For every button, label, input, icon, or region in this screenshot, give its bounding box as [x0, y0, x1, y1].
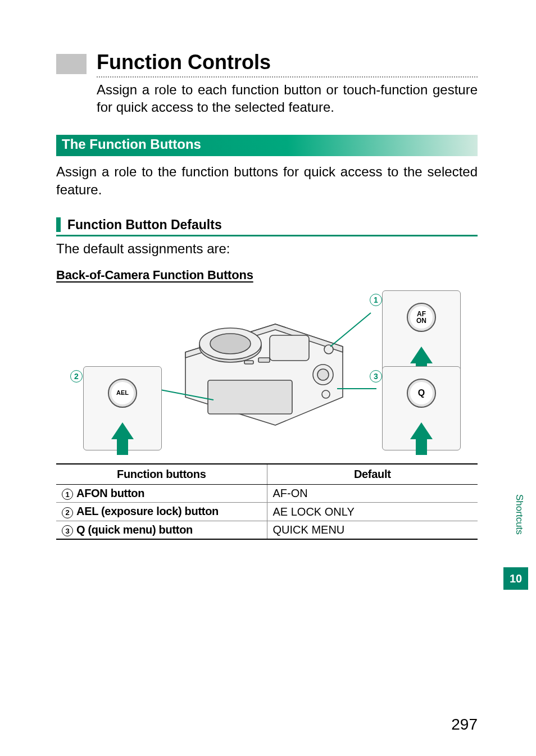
table-header-default: Default: [267, 464, 478, 485]
arrow-up-icon: [111, 422, 134, 439]
row-default: AF-ON: [267, 484, 478, 503]
svg-line-13: [330, 313, 371, 347]
afon-button-icon: AF ON: [407, 303, 436, 332]
row-number: 1: [62, 489, 73, 500]
defaults-accent-bar: [56, 217, 61, 232]
section-body-text: Assign a role to the function buttons fo…: [56, 163, 478, 198]
chapter-number-badge: 10: [503, 567, 528, 590]
row-default: AE LOCK ONLY: [267, 503, 478, 521]
row-number: 2: [62, 507, 73, 518]
defaults-heading: Function Button Defaults: [56, 217, 478, 236]
row-default: QUICK MENU: [267, 521, 478, 539]
callout-ael: AEL: [83, 366, 162, 450]
callout-number-1: 1: [370, 294, 382, 306]
title-row: Function Controls: [56, 51, 478, 74]
row-name: AFON button: [76, 487, 144, 499]
callout-number-3: 3: [370, 370, 382, 382]
manual-page: Function Controls Assign a role to each …: [0, 0, 494, 756]
section-heading-bar: The Function Buttons: [56, 135, 478, 156]
page-title: Function Controls: [97, 51, 271, 74]
title-accent-block: [56, 54, 87, 74]
table-row: 3Q (quick menu) button QUICK MENU: [56, 521, 478, 539]
title-dotted-rule: [97, 76, 478, 78]
table-row: 2AEL (exposure lock) button AE LOCK ONLY: [56, 503, 478, 521]
callout-q: Q: [382, 366, 461, 450]
row-name: AEL (exposure lock) button: [76, 505, 219, 517]
arrow-up-icon: [410, 422, 433, 439]
callout-afon: AF ON: [382, 290, 461, 375]
defaults-table: Function buttons Default 1AFON button AF…: [56, 463, 478, 540]
svg-line-15: [155, 389, 214, 400]
arrow-up-icon: [410, 347, 433, 363]
section-heading-text: The Function Buttons: [62, 136, 201, 152]
back-of-camera-heading: Back-of-Camera Function Buttons: [56, 268, 478, 283]
row-number: 3: [62, 525, 73, 536]
intro-text: Assign a role to each function button or…: [97, 81, 478, 116]
side-tab: Shortcuts 10: [496, 0, 536, 756]
defaults-heading-text: Function Button Defaults: [67, 217, 222, 233]
table-row: 1AFON button AF-ON: [56, 484, 478, 503]
table-header-function: Function buttons: [56, 464, 267, 485]
defaults-body-text: The default assignments are:: [56, 241, 478, 257]
camera-diagram: 1 AF ON 2 AEL 3 Q: [56, 290, 478, 453]
ael-button-icon: AEL: [108, 379, 137, 408]
callout-number-2: 2: [70, 370, 83, 382]
row-name: Q (quick menu) button: [76, 523, 193, 536]
page-number: 297: [451, 716, 478, 734]
q-button-icon: Q: [407, 379, 436, 408]
side-tab-label: Shortcuts: [514, 494, 525, 535]
